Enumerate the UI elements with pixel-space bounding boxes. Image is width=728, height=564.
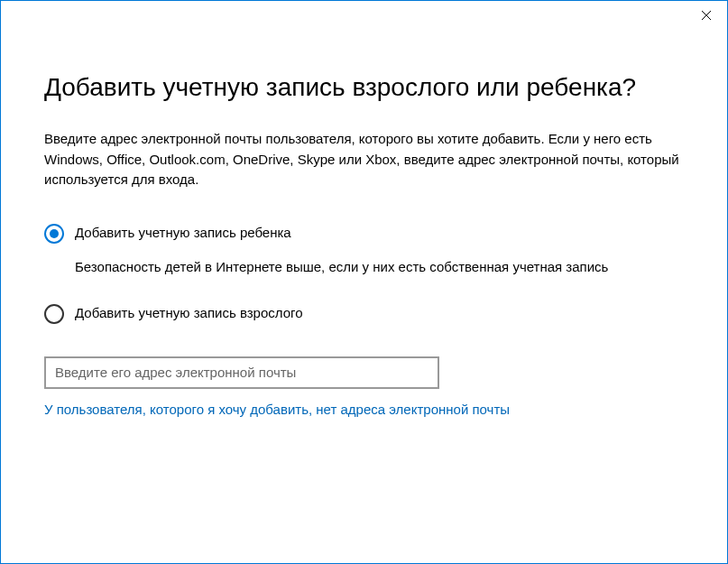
- radio-icon: [44, 304, 64, 324]
- radio-text-container: Добавить учетную запись ребенка Безопасн…: [75, 223, 684, 287]
- dialog-window: Добавить учетную запись взрослого или ре…: [0, 0, 728, 564]
- titlebar: [1, 1, 727, 35]
- dialog-content: Добавить учетную запись взрослого или ре…: [1, 35, 727, 563]
- radio-dot-icon: [50, 229, 59, 238]
- close-button[interactable]: [686, 1, 727, 30]
- radio-label-adult: Добавить учетную запись взрослого: [75, 303, 684, 324]
- radio-icon: [44, 224, 64, 244]
- radio-option-child[interactable]: Добавить учетную запись ребенка Безопасн…: [44, 223, 684, 287]
- dialog-description: Введите адрес электронной почты пользова…: [44, 129, 684, 190]
- radio-option-adult[interactable]: Добавить учетную запись взрослого: [44, 303, 684, 324]
- dialog-heading: Добавить учетную запись взрослого или ре…: [44, 71, 684, 104]
- email-input[interactable]: [44, 356, 439, 389]
- account-type-radio-group: Добавить учетную запись ребенка Безопасн…: [44, 223, 684, 324]
- no-email-link[interactable]: У пользователя, которого я хочу добавить…: [44, 402, 510, 417]
- radio-text-container: Добавить учетную запись взрослого: [75, 303, 684, 324]
- radio-sublabel-child: Безопасность детей в Интернете выше, есл…: [75, 257, 684, 278]
- close-icon: [701, 10, 712, 21]
- radio-label-child: Добавить учетную запись ребенка: [75, 223, 684, 244]
